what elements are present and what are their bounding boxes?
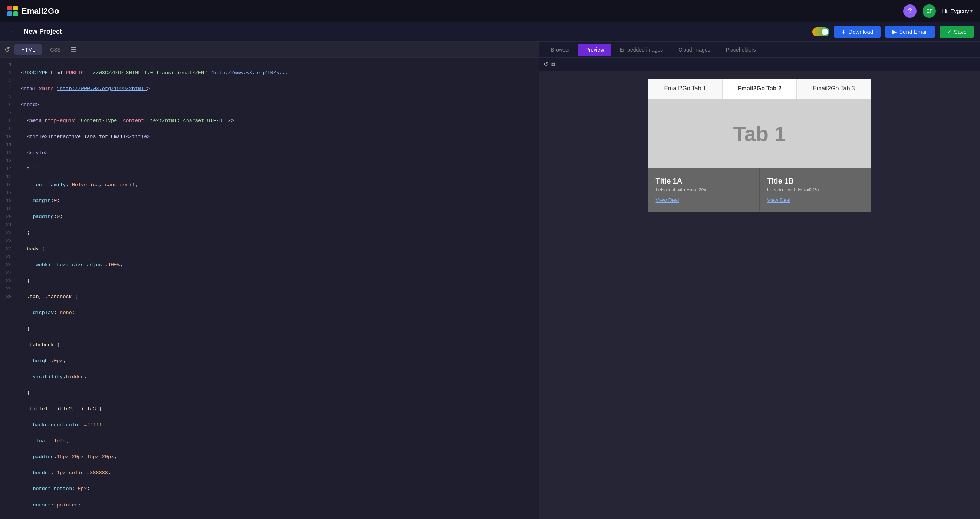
- email-card-1a: Title 1A Lets do it with Email2Go View D…: [648, 168, 760, 213]
- email-container: Email2Go Tab 1 Email2Go Tab 2 Email2Go T…: [648, 79, 871, 213]
- app-name: Email2Go: [22, 6, 59, 16]
- logo-icon: [8, 6, 18, 16]
- send-email-button[interactable]: ▶ Send Email: [885, 25, 935, 38]
- save-label: Save: [954, 29, 967, 35]
- card-link-1a[interactable]: View Deal: [656, 197, 679, 203]
- download-icon: ⬇: [841, 29, 846, 35]
- help-button[interactable]: ?: [903, 5, 916, 18]
- card-link-1b[interactable]: View Deal: [767, 197, 791, 203]
- undo-button[interactable]: ↺: [5, 46, 10, 54]
- chevron-down-icon: ▾: [970, 8, 972, 14]
- save-button[interactable]: ✓ Save: [940, 25, 974, 38]
- email-tab-1[interactable]: Email2Go Tab 1: [648, 79, 722, 98]
- line-numbers: 12345 678910 1112131415 1617181920 21222…: [0, 58, 16, 519]
- project-title: New Project: [24, 28, 62, 36]
- card-title-1b: Title 1B: [767, 177, 864, 186]
- avatar[interactable]: EF: [923, 5, 936, 18]
- tab-browser[interactable]: Browser: [543, 44, 577, 56]
- download-label: Download: [848, 29, 873, 35]
- editor-area: ↺ HTML CSS ☰ 12345 678910 1112131415 161…: [0, 41, 980, 519]
- tab-embedded[interactable]: Embedded images: [612, 44, 670, 56]
- preview-panel: Browser Preview Embedded images Cloud im…: [539, 41, 980, 519]
- code-content: <!DOCTYPE html PUBLIC "-//W3C//DTD XHTML…: [16, 58, 539, 519]
- filter-button[interactable]: ☰: [70, 46, 76, 54]
- tab-content-area: Tab 1: [648, 99, 871, 168]
- top-nav: Email2Go ? EF Hi, Evgeny ▾: [0, 0, 980, 22]
- tab-cloud[interactable]: Cloud images: [671, 44, 718, 56]
- send-icon: ▶: [892, 29, 897, 35]
- preview-refresh-button[interactable]: ↺: [543, 61, 548, 68]
- preview-open-button[interactable]: ⧉: [551, 61, 555, 68]
- tab-html[interactable]: HTML: [14, 44, 42, 55]
- preview-toolbar: ↺ ⧉: [539, 58, 980, 71]
- email-card-1b: Title 1B Lets do it with Email2Go View D…: [759, 168, 871, 213]
- logo: Email2Go: [8, 6, 59, 16]
- download-button[interactable]: ⬇ Download: [834, 25, 881, 38]
- email-tab-3[interactable]: Email2Go Tab 3: [797, 79, 870, 98]
- code-editor[interactable]: 12345 678910 1112131415 1617181920 21222…: [0, 58, 539, 519]
- email-cards: Title 1A Lets do it with Email2Go View D…: [648, 168, 871, 213]
- tab-css[interactable]: CSS: [43, 44, 67, 55]
- email-tab-2[interactable]: Email2Go Tab 2: [722, 79, 797, 99]
- back-button[interactable]: ←: [6, 26, 19, 37]
- tab-preview[interactable]: Preview: [578, 44, 611, 56]
- code-panel: ↺ HTML CSS ☰ 12345 678910 1112131415 161…: [0, 41, 539, 519]
- email-preview: Email2Go Tab 1 Email2Go Tab 2 Email2Go T…: [539, 71, 980, 519]
- send-email-label: Send Email: [899, 29, 928, 35]
- card-sub-1b: Lets do it with Email2Go: [767, 187, 864, 192]
- tab-content-label: Tab 1: [656, 122, 864, 146]
- theme-toggle[interactable]: [812, 27, 829, 37]
- email-tabs-header: Email2Go Tab 1 Email2Go Tab 2 Email2Go T…: [648, 79, 871, 99]
- code-tabs: ↺ HTML CSS ☰: [0, 41, 539, 58]
- save-icon: ✓: [947, 29, 952, 35]
- preview-tabs: Browser Preview Embedded images Cloud im…: [539, 41, 980, 58]
- card-title-1a: Title 1A: [656, 177, 752, 186]
- card-sub-1a: Lets do it with Email2Go: [656, 187, 752, 192]
- user-menu[interactable]: Hi, Evgeny ▾: [942, 8, 972, 14]
- tab-placeholders[interactable]: Placeholders: [719, 44, 764, 56]
- toolbar: ← New Project ⬇ Download ▶ Send Email ✓ …: [0, 22, 980, 41]
